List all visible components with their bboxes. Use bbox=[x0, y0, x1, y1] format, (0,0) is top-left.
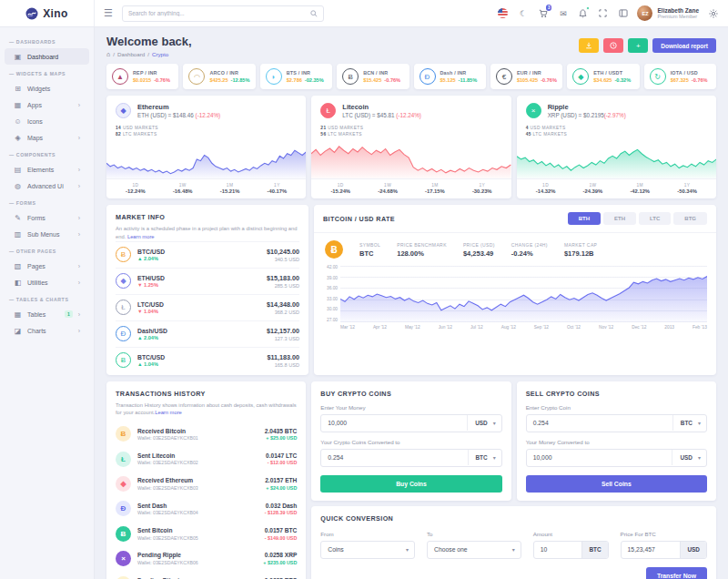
language-flag-icon[interactable] bbox=[497, 7, 509, 19]
currency-select[interactable]: BTC bbox=[468, 450, 491, 465]
sidebar-item-maps[interactable]: ◈ Maps › bbox=[5, 129, 89, 146]
clock-icon bbox=[610, 42, 617, 49]
transaction-row[interactable]: × Pending RippleWallet: 03E2SDAEYKCXB06 … bbox=[116, 546, 297, 571]
user-name: Elizabeth Zane bbox=[657, 7, 699, 15]
download-report-button[interactable]: Download report bbox=[652, 38, 716, 53]
learn-more-link[interactable]: Learn more bbox=[155, 410, 182, 415]
bcn-coin-icon: Ƀ bbox=[342, 68, 359, 85]
elements-icon: ▤ bbox=[14, 166, 22, 174]
maps-icon: ◈ bbox=[14, 134, 22, 142]
amount-input[interactable]: 10 BTC bbox=[533, 541, 609, 559]
ticker-card-iota-usd[interactable]: ↻ IOTA / USD $67.325-0.76% bbox=[644, 64, 716, 89]
bitcoin-rate-title: BITCOIN / USD RATE bbox=[323, 215, 395, 223]
breadcrumb-dashboard[interactable]: Dashboard bbox=[117, 51, 145, 57]
sidebar-item-forms[interactable]: ✎ Forms › bbox=[5, 209, 89, 226]
user-menu[interactable]: EZ Elizabeth Zane Premium Member bbox=[637, 5, 699, 21]
x-axis-label: Aug '12 bbox=[501, 325, 516, 330]
sidebar-item-dashboard[interactable]: ▣ Dashboard bbox=[5, 48, 89, 65]
transfer-now-button[interactable]: Transfer Now bbox=[646, 567, 707, 579]
sidebar-panel-icon[interactable] bbox=[617, 7, 629, 19]
from-select[interactable]: Coins ▾ bbox=[320, 541, 415, 559]
sidebar-item-sub-menus[interactable]: ▥ Sub Menus › bbox=[5, 226, 89, 242]
ticker-card-eth-usdt[interactable]: ◆ ETH / USDT $34.625-0.32% bbox=[567, 64, 639, 89]
ticker-card-rep-inr[interactable]: ▲ REP / INR $0.0215-0.76% bbox=[106, 64, 178, 89]
market-row-btc-usd[interactable]: Ƀ BTC/USD ▲ 2.04% $10,245.00340.5 USD bbox=[116, 241, 299, 268]
add-button[interactable]: + bbox=[628, 38, 648, 53]
ticker-card-arco-inr[interactable]: ◠ ARCO / INR $425.25-12.85% bbox=[183, 64, 255, 89]
sidebar-item-pages[interactable]: ▧ Pages › bbox=[5, 258, 89, 274]
currency-select[interactable]: USD bbox=[672, 450, 696, 465]
chevron-right-icon: › bbox=[78, 263, 80, 269]
sidebar-section-forms: — FORMS bbox=[0, 194, 94, 209]
breadcrumb-crypto[interactable]: Crypto bbox=[152, 51, 168, 57]
sell-coins-button[interactable]: Sell Coins bbox=[526, 475, 707, 493]
search-input[interactable] bbox=[128, 10, 306, 16]
transaction-row[interactable]: Ƀ Pending BitcoinWallet: 03E2SDAEYKCXB07… bbox=[116, 571, 297, 579]
history-button[interactable] bbox=[603, 38, 623, 53]
dark-mode-icon[interactable]: ☾ bbox=[517, 7, 529, 19]
chevron-right-icon: › bbox=[78, 167, 80, 173]
caret-down-icon: ▾ bbox=[511, 546, 521, 553]
transaction-row[interactable]: Ł Sent LitecoinWallet: 03E2SDAEYKCXB02 0… bbox=[116, 447, 297, 472]
ticker-card-eur-inr[interactable]: € EUR / INR $105.425-0.76% bbox=[490, 64, 562, 89]
sidebar-item-apps[interactable]: ▦ Apps › bbox=[5, 96, 89, 113]
y-axis-label: 27.00 bbox=[327, 319, 338, 323]
buy-coins-input[interactable]: 0.254 BTC ▾ bbox=[320, 449, 501, 467]
market-row-ltc-usd[interactable]: Ł LTC/USD ▼ 1.04% $14,348.00368.2 USD bbox=[116, 294, 299, 320]
dash-icon: Ð bbox=[116, 326, 131, 341]
search-icon bbox=[310, 10, 318, 17]
transaction-row[interactable]: ◆ Received EthereumWallet: 03E2SDAEYKCXB… bbox=[116, 472, 297, 496]
buy-coins-button[interactable]: Buy Coins bbox=[320, 475, 501, 493]
transaction-row[interactable]: Ð Sent DashWallet: 03E2SDAEYKCXB04 0.032… bbox=[116, 496, 297, 521]
app-logo[interactable]: Xino bbox=[0, 0, 95, 26]
sell-coins-input[interactable]: 0.254 BTC ▾ bbox=[526, 414, 707, 432]
ticker-card-bcn-inr[interactable]: Ƀ BCN / INR $15.425-0.76% bbox=[337, 64, 409, 89]
to-select[interactable]: Choose one ▾ bbox=[427, 541, 521, 559]
chevron-right-icon: › bbox=[78, 311, 80, 318]
apps-icon: ▦ bbox=[14, 101, 22, 109]
cart-icon[interactable]: 3 bbox=[537, 7, 549, 19]
btc-usd-line-chart bbox=[340, 266, 707, 322]
sidebar-item-utilities[interactable]: ◧ Utilities › bbox=[5, 274, 89, 290]
global-search[interactable] bbox=[122, 5, 324, 22]
transaction-row[interactable]: Ƀ Sent BitcoinWallet: 03E2SDAEYKCXB05 0.… bbox=[116, 522, 297, 546]
sidebar-item-advanced-ui[interactable]: ◍ Advanced Ui › bbox=[5, 178, 89, 194]
home-icon[interactable]: ⌂ bbox=[106, 51, 110, 57]
learn-more-link[interactable]: Learn more bbox=[127, 234, 155, 239]
bell-notification-dot bbox=[586, 6, 590, 10]
price-input[interactable]: 15,23,457 USD bbox=[621, 541, 707, 559]
tab-btg[interactable]: BTG bbox=[673, 212, 707, 225]
market-row-dash-usd[interactable]: Ð Dash/USD ▲ 2.04% $12,157.00127.3 USD bbox=[116, 320, 299, 347]
ticker-card-bts-inr[interactable]: ◗ BTS / INR $2.786-02.35% bbox=[260, 64, 332, 89]
bitcoin-tx-icon: Ƀ bbox=[116, 526, 131, 542]
sidebar-item-charts[interactable]: ◪ Charts › bbox=[5, 322, 89, 339]
sell-money-input[interactable]: 10,000 USD ▾ bbox=[526, 449, 707, 467]
x-axis-label: Apr '12 bbox=[373, 325, 387, 330]
menu-toggle-icon[interactable]: ☰ bbox=[104, 7, 113, 19]
mail-icon[interactable]: ✉ bbox=[557, 7, 569, 19]
chevron-right-icon: › bbox=[78, 102, 80, 108]
tab-ltc[interactable]: LTC bbox=[639, 212, 671, 225]
sidebar-item-elements[interactable]: ▤ Elements › bbox=[5, 161, 89, 178]
download-icon-button[interactable] bbox=[579, 38, 599, 53]
sidebar-item-tables[interactable]: ▦ Tables 1 › bbox=[5, 306, 89, 322]
x-axis-label: Jul '12 bbox=[470, 325, 483, 330]
litecoin-icon: Ł bbox=[320, 103, 336, 118]
currency-select[interactable]: USD bbox=[467, 415, 491, 431]
transaction-row[interactable]: Ƀ Received BitcoinWallet: 03E2SDAEYKCXB0… bbox=[116, 422, 297, 446]
currency-select[interactable]: BTC bbox=[672, 415, 696, 431]
tab-eth[interactable]: ETH bbox=[603, 212, 636, 225]
notifications-bell-icon[interactable] bbox=[577, 7, 589, 19]
market-row-btc-usd-2[interactable]: Ƀ BTC/USD ▲ 1.04% $11,183.00165.8 USD bbox=[116, 347, 299, 373]
fullscreen-icon[interactable] bbox=[597, 7, 609, 19]
sidebar-item-widgets[interactable]: ⊞ Widgets bbox=[5, 80, 89, 96]
ticker-card-dash-inr[interactable]: Ð Dash / INR $5.125-11.85% bbox=[414, 64, 486, 89]
litecoin-tx-icon: Ł bbox=[116, 452, 131, 467]
sidebar-item-icons[interactable]: ☺ Icons bbox=[5, 113, 89, 129]
settings-gear-icon[interactable] bbox=[707, 7, 719, 19]
ripple-tx-icon: × bbox=[116, 551, 131, 566]
buy-money-input[interactable]: 10,000 USD ▾ bbox=[320, 414, 501, 432]
tab-bth[interactable]: BTH bbox=[568, 212, 601, 225]
x-axis-label: 2013 bbox=[664, 325, 674, 330]
market-row-eth-usd[interactable]: ◆ ETH/USD ▼ 1.25% $15,183.00285.5 USD bbox=[116, 268, 299, 294]
